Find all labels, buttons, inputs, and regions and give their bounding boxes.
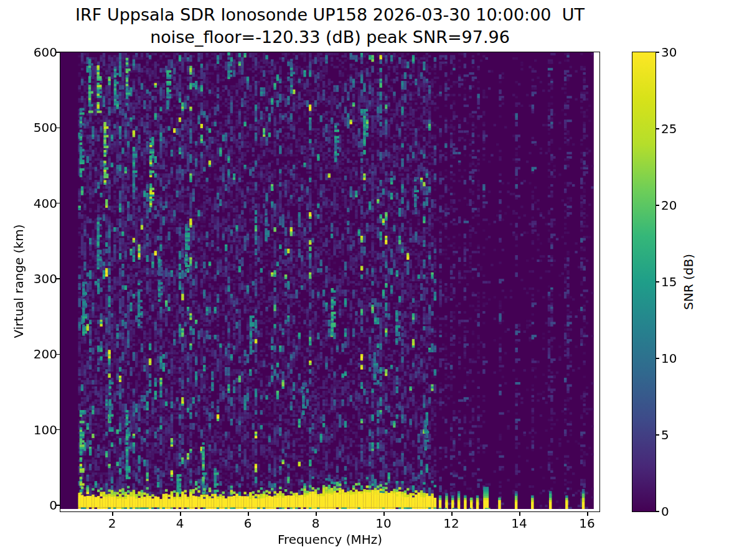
chart-subtitle: noise_floor=-120.33 (dB) peak SNR=97.96 — [60, 27, 599, 47]
x-tick-label: 6 — [229, 516, 266, 531]
colorbar-tick — [655, 434, 659, 436]
colorbar-tick-label: 5 — [661, 428, 669, 442]
colorbar-tick-label: 25 — [661, 122, 677, 136]
y-tick-label: 100 — [12, 423, 57, 437]
y-tick-label: 400 — [12, 197, 57, 210]
x-tick — [383, 511, 385, 516]
x-tick — [180, 511, 181, 516]
x-tick — [451, 511, 453, 516]
heatmap-plot-area — [60, 52, 599, 511]
x-axis-label: Frequency (MHz) — [60, 532, 599, 547]
x-tick — [248, 511, 249, 516]
x-tick-label: 12 — [433, 516, 470, 531]
colorbar-tick-label: 20 — [661, 198, 677, 212]
y-axis-label: Virtual range (km) — [11, 210, 26, 353]
colorbar-label: SNR (dB) — [681, 210, 696, 353]
y-tick-label: 500 — [12, 121, 57, 134]
x-tick — [519, 511, 520, 516]
chart-title: IRF Uppsala SDR Ionosonde UP158 2026-03-… — [60, 5, 599, 25]
x-tick-label: 10 — [365, 516, 402, 531]
ionogram-figure: IRF Uppsala SDR Ionosonde UP158 2026-03-… — [0, 0, 747, 560]
x-tick-label: 4 — [161, 516, 199, 531]
colorbar-tick — [655, 281, 659, 282]
x-tick — [316, 511, 317, 516]
x-tick — [587, 511, 588, 516]
colorbar-tick-label: 10 — [661, 352, 677, 365]
colorbar-tick-label: 30 — [661, 45, 677, 59]
x-tick-label: 2 — [93, 516, 131, 531]
y-tick-label: 600 — [12, 45, 57, 59]
colorbar-tick — [655, 511, 659, 512]
x-tick — [112, 511, 113, 516]
x-tick-label: 8 — [297, 516, 334, 531]
y-tick-label: 0 — [12, 498, 57, 512]
colorbar-tick — [655, 358, 659, 359]
colorbar-tick — [655, 205, 659, 206]
colorbar — [632, 52, 655, 511]
x-tick-label: 14 — [500, 516, 538, 531]
x-tick-label: 16 — [568, 516, 606, 531]
colorbar-tick-label: 15 — [661, 275, 677, 289]
colorbar-tick-label: 0 — [661, 505, 669, 518]
colorbar-tick — [655, 128, 659, 129]
colorbar-tick — [655, 52, 659, 53]
